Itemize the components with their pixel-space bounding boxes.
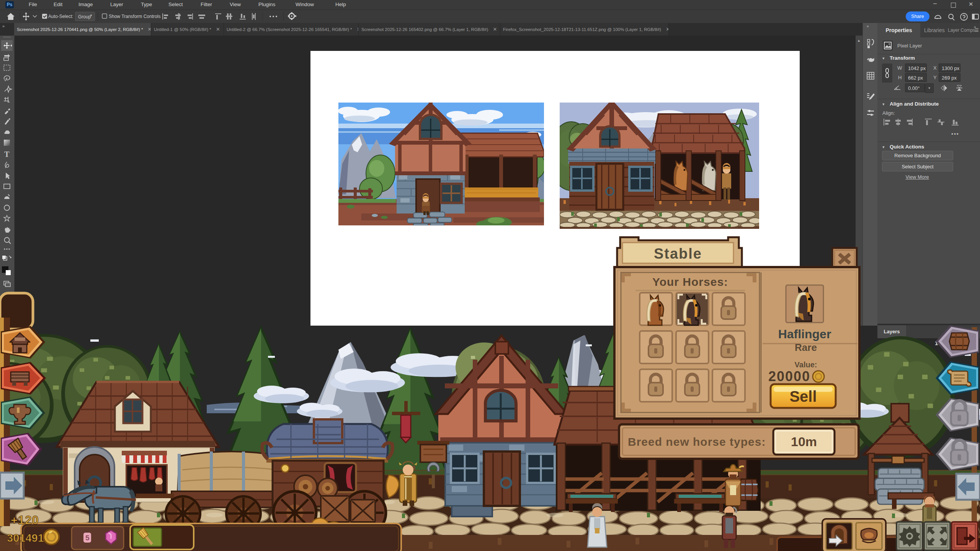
svg-text:Sell: Sell bbox=[789, 388, 817, 405]
svg-text:5: 5 bbox=[85, 534, 90, 542]
svg-text:Your Horses:: Your Horses: bbox=[652, 276, 728, 288]
svg-text:Rare: Rare bbox=[795, 342, 817, 353]
svg-text:20000: 20000 bbox=[768, 368, 810, 384]
svg-text:Haflinger: Haflinger bbox=[778, 327, 831, 341]
svg-text:Breed new horse types:: Breed new horse types: bbox=[628, 435, 766, 448]
svg-text:10m: 10m bbox=[791, 434, 817, 449]
svg-text:+120: +120 bbox=[11, 514, 39, 527]
svg-text:301491: 301491 bbox=[7, 532, 44, 544]
svg-text:Stable: Stable bbox=[654, 246, 702, 262]
svg-text:Value:: Value: bbox=[795, 360, 817, 369]
